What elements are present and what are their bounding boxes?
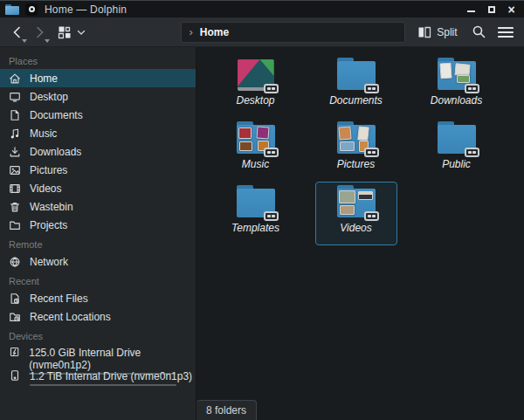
folder-item-downloads[interactable]: Downloads bbox=[416, 54, 498, 118]
close-button[interactable]: × bbox=[506, 3, 517, 15]
places-panel: Places Home Desktop Documents Music Down… bbox=[0, 47, 196, 420]
toolbar: › Home Split bbox=[0, 17, 524, 47]
sidebar-item-music[interactable]: Music bbox=[0, 124, 196, 142]
symlink-emblem-icon bbox=[264, 84, 279, 93]
folder-name: Downloads bbox=[431, 94, 482, 107]
window-title: Home — Dolphin bbox=[45, 3, 127, 16]
status-text: 8 folders bbox=[206, 404, 246, 417]
symlink-emblem-icon bbox=[465, 84, 479, 93]
symlink-emblem-icon bbox=[364, 148, 379, 157]
forward-icon bbox=[32, 25, 46, 39]
window-folder-icon bbox=[5, 4, 19, 15]
symlink-emblem-icon bbox=[364, 211, 379, 221]
symlink-emblem-icon bbox=[364, 84, 379, 93]
document-icon bbox=[9, 109, 21, 121]
sidebar-item-downloads[interactable]: Downloads bbox=[0, 142, 196, 161]
folder-name: Public bbox=[442, 158, 471, 170]
hard-drive-icon bbox=[9, 346, 20, 358]
sidebar-item-drive-nvme0n1p3[interactable]: 1.2 TiB Internal Drive (nvme0n1p3) bbox=[0, 368, 196, 391]
folder-name: Desktop bbox=[236, 94, 274, 107]
search-icon bbox=[472, 24, 486, 39]
hamburger-menu-icon bbox=[498, 26, 514, 38]
folder-item-music[interactable]: Music bbox=[215, 118, 297, 182]
forward-button[interactable] bbox=[29, 21, 49, 44]
folder-name: Videos bbox=[340, 222, 371, 234]
folder-item-pictures[interactable]: Pictures bbox=[315, 118, 397, 182]
sidebar-item-documents[interactable]: Documents bbox=[0, 106, 196, 124]
search-button[interactable] bbox=[468, 21, 490, 44]
split-button-label: Split bbox=[437, 26, 457, 38]
trash-icon bbox=[9, 201, 21, 213]
drive-label: 125.0 GiB Internal Drive (nvme0n1p2) bbox=[29, 347, 196, 371]
folder-view[interactable]: Desktop Documents bbox=[196, 47, 524, 420]
sidebar-item-wastebin[interactable]: Wastebin bbox=[0, 197, 196, 216]
film-icon bbox=[9, 182, 21, 195]
section-header-remote: Remote bbox=[0, 234, 196, 252]
sidebar-item-recent-locations[interactable]: Recent Locations bbox=[0, 307, 196, 326]
folder-item-desktop[interactable]: Desktop bbox=[215, 54, 297, 118]
back-button[interactable] bbox=[7, 21, 27, 44]
back-icon bbox=[10, 25, 24, 39]
symlink-emblem-icon bbox=[465, 148, 479, 157]
sidebar-item-projects[interactable]: Projects bbox=[0, 216, 196, 234]
drive-usage-bar bbox=[30, 384, 176, 386]
folder-item-videos[interactable]: Videos bbox=[315, 182, 397, 245]
split-button[interactable]: Split bbox=[412, 21, 462, 44]
folder-clock-icon bbox=[9, 311, 21, 323]
app-badge-icon bbox=[25, 3, 38, 16]
location-breadcrumb[interactable]: › Home bbox=[181, 22, 405, 43]
view-mode-dropdown[interactable] bbox=[75, 21, 87, 44]
music-note-icon bbox=[9, 127, 21, 140]
folder-name: Templates bbox=[231, 222, 279, 234]
minimize-button[interactable] bbox=[465, 3, 477, 15]
sidebar-item-recent-files[interactable]: Recent Files bbox=[0, 289, 196, 307]
sidebar-item-network[interactable]: Network bbox=[0, 252, 196, 271]
symlink-emblem-icon bbox=[264, 148, 279, 157]
hamburger-menu-button[interactable] bbox=[495, 21, 517, 44]
titlebar[interactable]: Home — Dolphin × bbox=[0, 0, 524, 17]
folder-name: Music bbox=[242, 158, 269, 170]
desktop-icon bbox=[9, 91, 21, 103]
section-header-places: Places bbox=[0, 51, 196, 69]
breadcrumb-current[interactable]: Home bbox=[200, 26, 229, 38]
folder-item-templates[interactable]: Templates bbox=[215, 182, 297, 245]
chevron-down-icon bbox=[76, 27, 86, 38]
sidebar-item-desktop[interactable]: Desktop bbox=[0, 87, 196, 106]
network-globe-icon bbox=[9, 256, 21, 268]
status-bar: 8 folders bbox=[196, 400, 257, 420]
drive-label: 1.2 TiB Internal Drive (nvme0n1p3) bbox=[30, 370, 192, 382]
view-mode-grid-icon bbox=[58, 25, 72, 39]
sidebar-item-drive-nvme0n1p2[interactable]: 125.0 GiB Internal Drive (nvme0n1p2) bbox=[0, 344, 196, 368]
view-mode-button[interactable] bbox=[55, 21, 75, 44]
download-icon bbox=[9, 146, 21, 158]
maximize-button[interactable] bbox=[486, 3, 497, 15]
breadcrumb-chevron-icon[interactable]: › bbox=[189, 25, 192, 38]
folder-icon bbox=[9, 219, 21, 231]
section-header-recent: Recent bbox=[0, 271, 196, 289]
symlink-emblem-icon bbox=[264, 211, 279, 221]
hard-drive-icon bbox=[9, 369, 21, 382]
home-icon bbox=[9, 72, 21, 85]
section-header-devices: Devices bbox=[0, 326, 196, 344]
sidebar-item-pictures[interactable]: Pictures bbox=[0, 161, 196, 179]
image-icon bbox=[9, 164, 21, 176]
folder-item-documents[interactable]: Documents bbox=[315, 54, 397, 118]
sidebar-item-home[interactable]: Home bbox=[0, 69, 196, 87]
folder-name: Pictures bbox=[337, 158, 375, 170]
split-view-icon bbox=[417, 25, 431, 39]
folder-name: Documents bbox=[329, 94, 383, 107]
dolphin-window: Home — Dolphin × › bbox=[0, 0, 524, 420]
folder-item-public[interactable]: Public bbox=[416, 118, 498, 182]
sidebar-item-videos[interactable]: Videos bbox=[0, 179, 196, 197]
file-clock-icon bbox=[9, 293, 21, 305]
